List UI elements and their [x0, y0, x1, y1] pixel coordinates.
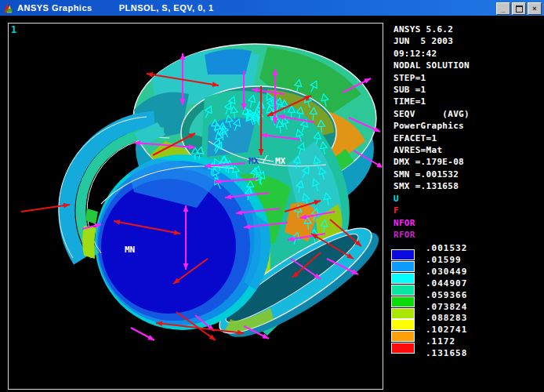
legend-swatch: [391, 343, 415, 354]
info-line: F: [393, 205, 470, 216]
info-line: U: [393, 193, 470, 205]
graphics-viewport[interactable]: 1: [8, 23, 383, 390]
analysis-info-text: ANSYS 5.6.2JUN 5 200309:12:42NODAL SOLUT…: [393, 24, 470, 241]
info-line: SUB =1: [393, 84, 470, 96]
maximize-icon: [516, 5, 523, 13]
info-line: STEP=1: [393, 72, 470, 84]
info-line: RFOR: [393, 229, 470, 241]
info-line: EFACET=1: [393, 132, 470, 144]
fea-model-plot[interactable]: MN MX MX: [9, 24, 382, 388]
legend-value: .030449: [426, 267, 467, 277]
close-button[interactable]: ×: [528, 2, 542, 15]
legend-swatch: [391, 308, 415, 319]
title-bar[interactable]: ANSYS Graphics PLNSOL, S, EQV, 0, 1 _ ×: [0, 0, 544, 16]
ansys-graphics-window: ANSYS Graphics PLNSOL, S, EQV, 0, 1 _ × …: [0, 0, 544, 392]
info-line: SEQV (AVG): [393, 108, 470, 120]
info-line: 09:12:42: [393, 48, 470, 60]
ansys-logo-icon: [2, 2, 14, 14]
window-title: ANSYS Graphics: [17, 3, 92, 13]
maximize-button[interactable]: [512, 2, 526, 15]
info-line: PowerGraphics: [393, 120, 470, 132]
info-line: ANSYS 5.6.2: [393, 24, 470, 35]
info-line: NODAL SOLUTION: [393, 60, 470, 71]
info-line: NFOR: [393, 217, 470, 229]
max-stress-label: MX: [275, 156, 286, 166]
legend-value: .102741: [426, 325, 467, 335]
legend-value: .073824: [426, 302, 467, 312]
legend-swatch: [391, 319, 415, 330]
legend-value: .088283: [426, 313, 467, 323]
minimize-button[interactable]: _: [496, 2, 510, 15]
legend-swatch: [391, 296, 415, 307]
legend-value: .01599: [426, 255, 462, 265]
stress-contour-legend: .001532.01599.030449.044907.059366.07382…: [390, 243, 523, 376]
command-text: PLNSOL, S, EQV, 0, 1: [119, 3, 214, 13]
legend-swatch: [391, 273, 415, 284]
client-area: 1: [0, 16, 544, 392]
legend-value: .001532: [426, 243, 467, 253]
legend-swatch: [391, 249, 415, 260]
info-line: SMN =.001532: [393, 169, 470, 180]
info-line: JUN 5 2003: [393, 35, 470, 47]
legend-value: .131658: [426, 348, 467, 358]
legend-value: .1172: [426, 336, 455, 347]
legend-swatch: [391, 261, 415, 272]
max-stress-label-shadow: MX: [248, 156, 259, 166]
info-line: AVRES=Mat: [393, 144, 470, 156]
info-line: TIME=1: [393, 96, 470, 107]
info-line: DMX =.179E-08: [393, 156, 470, 168]
legend-value: .044907: [426, 278, 467, 289]
min-stress-label: MN: [125, 245, 135, 255]
info-line: SMX =.131658: [393, 180, 470, 192]
legend-swatch: [391, 331, 415, 342]
legend-value: .059366: [426, 290, 467, 300]
legend-swatch: [391, 285, 415, 296]
results-info-panel: ANSYS 5.6.2JUN 5 200309:12:42NODAL SOLUT…: [384, 16, 544, 392]
